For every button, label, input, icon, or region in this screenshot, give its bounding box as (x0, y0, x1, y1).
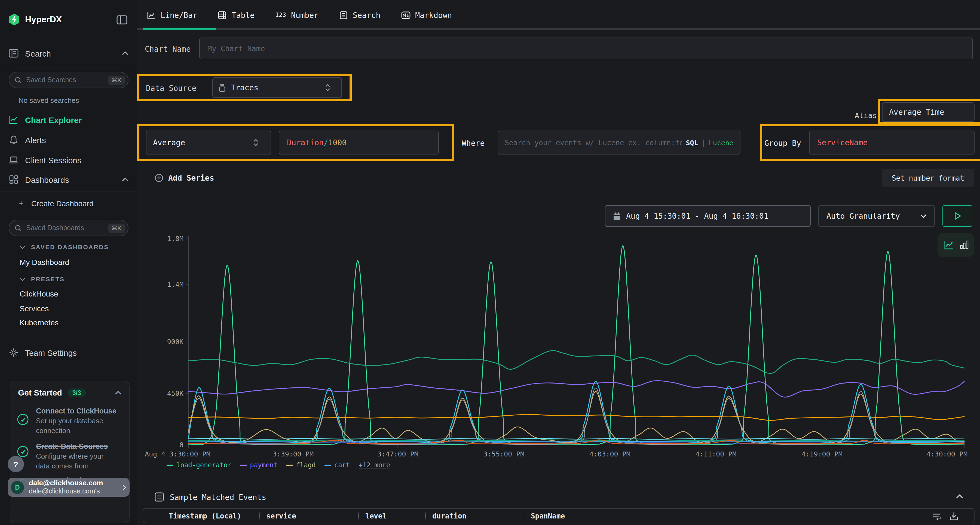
where-label: Where (462, 139, 485, 148)
table-icon (218, 11, 227, 19)
get-started-card: Get Started 3/3 Connect to ClickHouse Se… (10, 381, 130, 523)
get-started-title: Get Started (18, 388, 62, 397)
brand-title: HyperDX (25, 15, 62, 24)
chart-name-label: Chart Name (145, 44, 191, 53)
saved-searches-input[interactable]: Saved Searches ⌘K (9, 72, 129, 88)
presets-header[interactable]: PRESETS (20, 276, 65, 282)
get-started-item-connect[interactable]: Connect to ClickHouse Set up your databa… (10, 401, 129, 436)
saved-searches-placeholder: Saved Searches (26, 76, 108, 84)
select-updown-icon (325, 84, 331, 91)
laptop-icon (9, 155, 19, 165)
search-doc-icon (339, 11, 348, 19)
avatar: D (11, 481, 24, 494)
add-series-button[interactable]: Add Series (154, 174, 214, 182)
sidebar-section-search[interactable]: Search (0, 46, 137, 60)
tab-active-underline (143, 28, 216, 30)
chart-legend: load-generator payment flagd cart +12 mo… (167, 462, 390, 469)
saved-dashboards-header[interactable]: SAVED DASHBOARDS (20, 244, 109, 250)
legend-item[interactable]: flagd (286, 462, 315, 469)
alias-input[interactable]: Average Time (882, 102, 975, 122)
sql-toggle[interactable]: SQL (686, 138, 698, 147)
sidebar-item-clickhouse[interactable]: ClickHouse (20, 289, 58, 298)
line-chart-icon (9, 115, 19, 125)
event-list-icon (154, 492, 164, 501)
chart-type-tabs: Line/Bar Table 123 Number Search Markdow… (137, 0, 980, 30)
line-bar-icon (147, 11, 156, 19)
col-level[interactable]: level (365, 512, 387, 520)
help-button[interactable]: ? (8, 456, 24, 472)
legend-more-link[interactable]: +12 more (359, 462, 390, 469)
sidebar-item-chart-explorer[interactable]: Chart Explorer (0, 113, 137, 127)
user-chip[interactable]: D dale@clickhouse.com dale@clickhouse.co… (8, 477, 130, 497)
tab-markdown[interactable]: Markdown (401, 11, 452, 19)
legend-item[interactable]: load-generator (167, 462, 231, 469)
markdown-icon (401, 11, 410, 19)
sidebar-item-team-settings[interactable]: Team Settings (0, 346, 137, 360)
sidebar-item-kubernetes[interactable]: Kubernetes (20, 318, 59, 327)
sidebar-collapse-icon[interactable] (116, 15, 127, 27)
chart-name-field[interactable] (207, 44, 965, 53)
legend-item[interactable]: payment (240, 462, 277, 469)
chevron-up-icon (122, 51, 129, 56)
svg-text:450K: 450K (167, 390, 183, 397)
col-duration[interactable]: duration (432, 512, 466, 520)
alias-value: Average Time (889, 108, 944, 116)
where-input[interactable]: SQL | Lucene (498, 130, 740, 154)
dashboards-icon (9, 174, 19, 184)
group-by-label: Group By (764, 139, 801, 148)
col-timestamp[interactable]: Timestamp (Local) (169, 512, 241, 520)
sidebar-item-services[interactable]: Services (20, 304, 49, 313)
tab-search[interactable]: Search (339, 11, 380, 19)
legend-item[interactable]: cart (325, 462, 350, 469)
data-source-label: Data Source (146, 84, 196, 92)
sample-events-header[interactable]: Sample Matched Events (154, 492, 266, 501)
data-source-select[interactable]: Traces (212, 77, 342, 98)
no-saved-searches-text: No saved searches (19, 96, 79, 105)
select-updown-icon (253, 139, 259, 146)
group-by-input[interactable]: ServiceName (809, 130, 975, 154)
lucene-toggle[interactable]: Lucene (709, 138, 733, 147)
chevron-down-icon (920, 214, 927, 218)
field-expression-input[interactable]: Duration/1000 (279, 130, 439, 154)
tab-line-bar[interactable]: Line/Bar (147, 11, 197, 19)
col-spanname[interactable]: SpanName (531, 512, 565, 520)
saved-dashboards-input[interactable]: Saved Dashboards ⌘K (9, 220, 129, 236)
chart-display-toggle (937, 233, 974, 257)
kbd-shortcut: ⌘K (108, 223, 125, 233)
collapse-chevron-icon[interactable] (956, 494, 963, 499)
svg-text:3:39:00 PM: 3:39:00 PM (272, 450, 313, 458)
chevron-up-icon[interactable] (115, 390, 121, 395)
line-mode-icon[interactable] (943, 240, 954, 250)
set-number-format-button[interactable]: Set number format (882, 169, 974, 187)
create-dashboard-button[interactable]: + Create Dashboard (0, 197, 137, 211)
saved-dashboards-placeholder: Saved Dashboards (26, 224, 108, 232)
granularity-select[interactable]: Auto Granularity (818, 205, 935, 227)
plus-icon: + (19, 198, 24, 208)
svg-text:4:03:00 PM: 4:03:00 PM (589, 450, 630, 458)
chart-name-input[interactable] (199, 38, 973, 59)
time-range-value: Aug 4 15:30:01 - Aug 4 16:30:01 (626, 212, 768, 220)
sidebar-item-alerts[interactable]: Alerts (0, 133, 137, 147)
wrap-lines-icon[interactable] (932, 511, 941, 521)
sidebar-item-client-sessions[interactable]: Client Sessions (0, 153, 137, 167)
gear-icon (9, 347, 19, 357)
svg-text:4:19:00 PM: 4:19:00 PM (802, 450, 843, 458)
run-query-button[interactable] (942, 205, 972, 227)
sidebar-item-my-dashboard[interactable]: My Dashboard (20, 258, 69, 266)
get-started-item-sources[interactable]: Create Data Sources Configure where your… (10, 436, 129, 471)
download-icon[interactable] (949, 511, 959, 521)
timeseries-chart: 1.8M1.4M900K450K0Aug 4 3:30:00 PM3:39:00… (137, 234, 980, 462)
sidebar-item-dashboards[interactable]: Dashboards (0, 173, 137, 187)
hyperdx-logo-icon (8, 13, 21, 26)
granularity-value: Auto Granularity (826, 212, 900, 220)
chevron-down-icon (20, 277, 25, 281)
bar-mode-icon[interactable] (959, 240, 968, 250)
tab-number[interactable]: 123 Number (275, 11, 318, 19)
where-field[interactable] (505, 138, 681, 147)
aggregation-select[interactable]: Average (146, 130, 271, 154)
time-range-picker[interactable]: Aug 4 15:30:01 - Aug 4 16:30:01 (605, 205, 811, 227)
tab-table[interactable]: Table (218, 11, 255, 19)
kbd-shortcut: ⌘K (108, 75, 125, 85)
sidebar-search-label: Search (25, 49, 51, 58)
col-service[interactable]: service (266, 512, 296, 520)
